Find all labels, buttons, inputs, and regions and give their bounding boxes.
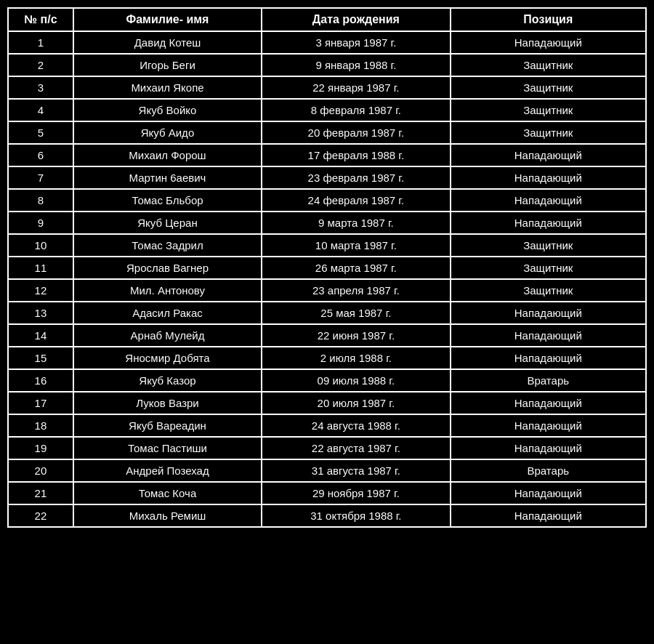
table-row: 2Игорь Беги9 января 1988 г.Защитник [8, 54, 646, 76]
cell-date: 25 мая 1987 г. [262, 302, 450, 324]
table-row: 21Томас Коча29 ноября 1987 г.Нападающий [8, 482, 646, 504]
cell-name: Томас Коча [73, 482, 262, 504]
cell-name: Игорь Беги [73, 54, 262, 76]
cell-position: Вратарь [451, 459, 646, 482]
cell-position: Нападающий [451, 437, 646, 459]
cell-date: 9 января 1988 г. [262, 54, 450, 76]
cell-name: Томас Задрил [73, 234, 262, 257]
cell-num: 21 [8, 482, 73, 504]
cell-date: 20 февраля 1987 г. [262, 121, 450, 144]
table-row: 22Михаль Ремиш31 октября 1988 г.Нападающ… [8, 504, 646, 527]
table-row: 6Михаил Форош17 февраля 1988 г.Нападающи… [8, 144, 646, 166]
cell-position: Нападающий [451, 504, 646, 527]
cell-position: Нападающий [451, 302, 646, 324]
table-row: 1Давид Котеш3 января 1987 г.Нападающий [8, 31, 646, 54]
cell-date: 2 июля 1988 г. [262, 347, 450, 369]
cell-position: Нападающий [451, 31, 646, 54]
cell-name: Ярослав Вагнер [73, 257, 262, 279]
cell-name: Михаил Якопе [73, 76, 262, 99]
cell-name: Андрей Позехад [73, 459, 262, 482]
cell-date: 24 августа 1988 г. [262, 414, 450, 437]
cell-name: Мил. Антонову [73, 279, 262, 302]
cell-name: Давид Котеш [73, 31, 262, 54]
cell-num: 3 [8, 76, 73, 99]
table-row: 9Якуб Церан9 марта 1987 г.Нападающий [8, 212, 646, 234]
cell-num: 11 [8, 257, 73, 279]
table-row: 13Адасил Ракас25 мая 1987 г.Нападающий [8, 302, 646, 324]
cell-name: Томас Бльбор [73, 189, 262, 212]
cell-position: Защитник [451, 54, 646, 76]
cell-num: 14 [8, 324, 73, 347]
table-row: 11Ярослав Вагнер26 марта 1987 г.Защитник [8, 257, 646, 279]
cell-num: 5 [8, 121, 73, 144]
cell-position: Защитник [451, 99, 646, 121]
cell-name: Якуб Церан [73, 212, 262, 234]
cell-date: 23 апреля 1987 г. [262, 279, 450, 302]
header-position: Позиция [451, 8, 646, 31]
cell-name: Якуб Войко [73, 99, 262, 121]
cell-num: 18 [8, 414, 73, 437]
cell-num: 20 [8, 459, 73, 482]
cell-date: 22 августа 1987 г. [262, 437, 450, 459]
header-name: Фамилие- имя [73, 8, 262, 31]
table-row: 19Томас Пастиши22 августа 1987 г.Нападаю… [8, 437, 646, 459]
table-row: 4Якуб Войко8 февраля 1987 г.Защитник [8, 99, 646, 121]
cell-num: 19 [8, 437, 73, 459]
table-row: 7Мартин 6аевич23 февраля 1987 г.Нападающ… [8, 166, 646, 189]
cell-date: 20 июля 1987 г. [262, 392, 450, 414]
table-row: 17Луков Вазри20 июля 1987 г.Нападающий [8, 392, 646, 414]
cell-name: Яносмир Добята [73, 347, 262, 369]
table-row: 8Томас Бльбор24 февраля 1987 г.Нападающи… [8, 189, 646, 212]
cell-num: 9 [8, 212, 73, 234]
cell-name: Мартин 6аевич [73, 166, 262, 189]
cell-date: 17 февраля 1988 г. [262, 144, 450, 166]
cell-date: 09 июля 1988 г. [262, 369, 450, 392]
cell-name: Михаль Ремиш [73, 504, 262, 527]
cell-name: Арнаб Мулейд [73, 324, 262, 347]
cell-name: Якуб Аидо [73, 121, 262, 144]
table-row: 18Якуб Вареадин24 августа 1988 г.Нападаю… [8, 414, 646, 437]
cell-name: Якуб Вареадин [73, 414, 262, 437]
table-row: 3Михаил Якопе22 января 1987 г.Защитник [8, 76, 646, 99]
cell-position: Нападающий [451, 392, 646, 414]
cell-date: 23 февраля 1987 г. [262, 166, 450, 189]
cell-num: 2 [8, 54, 73, 76]
table-row: 5Якуб Аидо20 февраля 1987 г.Защитник [8, 121, 646, 144]
cell-position: Защитник [451, 279, 646, 302]
table-row: 16Якуб Казор09 июля 1988 г.Вратарь [8, 369, 646, 392]
cell-num: 17 [8, 392, 73, 414]
cell-num: 13 [8, 302, 73, 324]
cell-num: 8 [8, 189, 73, 212]
cell-num: 15 [8, 347, 73, 369]
cell-position: Нападающий [451, 166, 646, 189]
cell-position: Нападающий [451, 347, 646, 369]
header-num: № п/с [8, 8, 73, 31]
cell-date: 9 марта 1987 г. [262, 212, 450, 234]
cell-num: 10 [8, 234, 73, 257]
cell-date: 22 июня 1987 г. [262, 324, 450, 347]
cell-date: 31 августа 1987 г. [262, 459, 450, 482]
table-row: 12Мил. Антонову23 апреля 1987 г.Защитник [8, 279, 646, 302]
cell-name: Томас Пастиши [73, 437, 262, 459]
cell-position: Защитник [451, 76, 646, 99]
cell-num: 12 [8, 279, 73, 302]
cell-num: 16 [8, 369, 73, 392]
table-row: 10Томас Задрил10 марта 1987 г.Защитник [8, 234, 646, 257]
cell-num: 22 [8, 504, 73, 527]
cell-num: 7 [8, 166, 73, 189]
cell-date: 29 ноября 1987 г. [262, 482, 450, 504]
cell-position: Защитник [451, 121, 646, 144]
cell-position: Вратарь [451, 369, 646, 392]
players-table: № п/с Фамилие- имя Дата рождения Позиция… [7, 7, 647, 528]
cell-position: Нападающий [451, 212, 646, 234]
cell-name: Якуб Казор [73, 369, 262, 392]
cell-position: Нападающий [451, 414, 646, 437]
table-row: 15Яносмир Добята2 июля 1988 г.Нападающий [8, 347, 646, 369]
cell-name: Луков Вазри [73, 392, 262, 414]
cell-num: 4 [8, 99, 73, 121]
table-row: 14Арнаб Мулейд22 июня 1987 г.Нападающий [8, 324, 646, 347]
table-row: 20Андрей Позехад31 августа 1987 г.Вратар… [8, 459, 646, 482]
cell-position: Защитник [451, 257, 646, 279]
cell-date: 24 февраля 1987 г. [262, 189, 450, 212]
cell-date: 26 марта 1987 г. [262, 257, 450, 279]
